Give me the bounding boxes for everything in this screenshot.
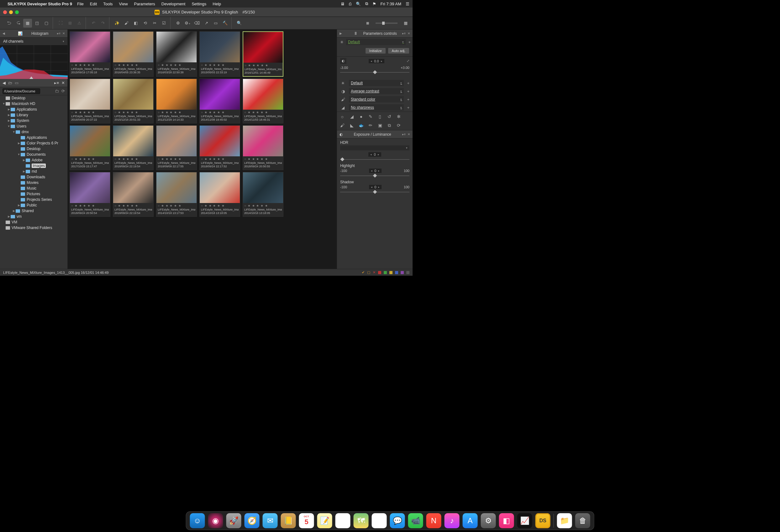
control-center-icon[interactable]: ☰ <box>406 2 409 6</box>
thumbnail[interactable]: ★ ★ ★ ★ ★ LIFEstyle_News_MiXture_Image 2… <box>156 78 197 123</box>
status-check-icon[interactable]: ✔ <box>362 270 364 274</box>
thumbnail-browser[interactable]: ★ ★ ★ ★ ★ LIFEstyle_News_MiXture_Image 2… <box>68 30 337 269</box>
tree-item[interactable]: Downloads <box>0 174 67 180</box>
thumbnail-image[interactable] <box>70 79 110 110</box>
hdr-slider[interactable] <box>340 157 409 162</box>
brush2-icon[interactable]: 🖌 <box>340 122 345 128</box>
highlight-value-box[interactable]: ◂0▸ <box>369 169 382 173</box>
add-icon[interactable]: + <box>407 97 409 102</box>
export-icon[interactable]: ↗ <box>202 19 211 28</box>
highlight-slider[interactable] <box>340 173 409 178</box>
tree-item[interactable]: ▶md <box>0 169 67 174</box>
next-image-icon[interactable]: ⮎ <box>14 19 22 28</box>
menu-help[interactable]: Help <box>212 2 221 6</box>
folder-open-icon[interactable]: 🗁 <box>8 81 12 85</box>
tree-item[interactable]: ▼Documents <box>0 152 67 157</box>
print-icon[interactable]: ⎙ <box>349 2 351 6</box>
comment-icon[interactable]: ▭ <box>15 81 18 85</box>
panel-menu-icon[interactable]: ▸≡ <box>402 32 406 35</box>
shadow-value-box[interactable]: ◂0▸ <box>369 185 382 189</box>
screens-icon[interactable]: ⧉ <box>365 1 368 6</box>
add-icon[interactable]: + <box>407 81 409 86</box>
tree-item[interactable]: ▶vm <box>0 214 67 219</box>
clock[interactable]: Fri 7:39 AM <box>381 2 401 6</box>
rating-stars[interactable]: ★ ★ ★ ★ ★ <box>244 204 282 208</box>
triangle-icon[interactable]: ◣ <box>349 122 354 128</box>
decrease-icon[interactable]: ◂ <box>371 59 372 63</box>
thumbnail-image[interactable] <box>113 32 153 62</box>
fish-icon[interactable]: 🐟 <box>358 122 364 128</box>
minimize-button[interactable] <box>9 10 13 14</box>
sphere-icon[interactable]: ● <box>358 114 364 119</box>
hdr-value-box[interactable]: ◂0▸ <box>369 152 381 157</box>
refresh-icon[interactable]: ⟳ <box>61 89 65 93</box>
close-panel-icon[interactable]: ✕ <box>407 132 410 136</box>
tree-item[interactable]: ▶Color Projects 6 Pr <box>0 140 67 146</box>
thumbnail-image[interactable] <box>243 79 283 110</box>
tree-item[interactable]: ▼Macintosh HD <box>0 101 67 107</box>
panel-menu-icon[interactable]: ▸≡ <box>54 81 59 85</box>
thumbnail[interactable]: ★ ★ ★ ★ ★ LIFEstyle_News_MiXture_Image 2… <box>69 78 110 123</box>
tone-icon[interactable]: ◢ <box>349 114 354 119</box>
thumbnail-image[interactable] <box>156 172 197 203</box>
tree-item[interactable]: Music <box>0 185 67 191</box>
auto-adjust-button[interactable]: Auto adj. <box>388 48 409 54</box>
color-dropdown[interactable]: Standard color▾ <box>349 96 404 102</box>
collapse-left-icon[interactable]: ◀ <box>2 32 5 35</box>
panel-menu-icon[interactable]: ▸≡ <box>402 132 406 136</box>
tree-item[interactable]: Movies <box>0 180 67 185</box>
tree-item[interactable]: ▶Public <box>0 202 67 208</box>
menu-tools[interactable]: Tools <box>103 2 112 6</box>
thumbnail-image[interactable] <box>243 32 283 63</box>
rating-stars[interactable]: ★ ★ ★ ★ ★ <box>158 63 195 67</box>
thumbnail[interactable]: ★ ★ ★ ★ ★ LIFEstyle_News_MiXture_Image 2… <box>243 78 283 123</box>
fullscreen-icon[interactable]: ⛶ <box>56 19 65 28</box>
increase-icon[interactable]: ▸ <box>381 59 383 63</box>
color-label-none[interactable] <box>406 271 409 274</box>
undo-icon[interactable]: ↶ <box>89 19 98 28</box>
thumbnail[interactable]: ★ ★ ★ ★ ★ LIFEstyle_News_MiXture_Image 2… <box>199 78 240 123</box>
tree-item[interactable]: Images <box>0 163 67 169</box>
warning-icon[interactable]: ⚠ <box>75 19 84 28</box>
brush-icon[interactable]: 🖌 <box>122 19 131 28</box>
layers-icon[interactable]: ▣ <box>377 122 383 128</box>
collapse-icon[interactable]: ◀ <box>2 81 6 85</box>
menu-development[interactable]: Development <box>161 2 186 6</box>
rating-stars[interactable]: ★ ★ ★ ★ ★ <box>244 111 282 115</box>
sharpness-dropdown[interactable]: No sharpness▾ <box>349 104 404 111</box>
tree-item[interactable]: Desktop <box>0 95 67 101</box>
thumbnail-image[interactable] <box>243 126 283 156</box>
reset-exposure-icon[interactable]: ⤢ <box>407 59 409 63</box>
tree-item[interactable]: ▶Adobe <box>0 157 67 163</box>
rating-stars[interactable]: ★ ★ ★ ★ ★ <box>71 111 109 115</box>
thumbnail-image[interactable] <box>70 126 110 156</box>
settings2-icon[interactable]: ✻ <box>396 114 402 119</box>
thumb-size-slider[interactable] <box>376 22 397 24</box>
hammer-icon[interactable]: 🔨 <box>221 19 230 28</box>
thumbnail[interactable]: ★ ★ ★ ★ ★ LIFEstyle_News_MiXture_Image 2… <box>199 31 240 77</box>
check-icon[interactable]: ☑ <box>159 19 168 28</box>
expand-icon[interactable]: ▶ <box>340 32 342 35</box>
color-label-yellow[interactable] <box>389 271 392 274</box>
color-label-purple[interactable] <box>401 271 404 274</box>
tree-item[interactable]: Applications <box>0 135 67 140</box>
color-label-blue[interactable] <box>395 271 398 274</box>
pen-icon[interactable]: ✏ <box>368 122 373 128</box>
add-preset-icon[interactable]: + <box>408 40 411 45</box>
status-x-icon[interactable]: ✕ <box>373 270 376 274</box>
compare-view-icon[interactable]: ◫ <box>33 19 41 28</box>
rating-stars[interactable]: ★ ★ ★ ★ ★ <box>71 63 109 67</box>
tree-item[interactable]: Desktop <box>0 146 67 152</box>
rating-stars[interactable]: ★ ★ ★ ★ ★ <box>245 64 282 68</box>
thumbnail-image[interactable] <box>156 32 197 62</box>
menu-edit[interactable]: Edit <box>90 2 97 6</box>
single-view-icon[interactable]: ▢ <box>42 19 51 28</box>
rating-stars[interactable]: ★ ★ ★ ★ ★ <box>201 63 239 67</box>
panel-menu-icon[interactable]: ▸≡ <box>57 32 60 35</box>
exposure-value-box[interactable]: ◂ 0.0 ▸ <box>369 59 384 63</box>
tree-item[interactable]: ▶Shared <box>0 208 67 214</box>
thumbnail-image[interactable] <box>156 126 197 156</box>
rating-stars[interactable]: ★ ★ ★ ★ ★ <box>158 204 195 208</box>
thumbnail-image[interactable] <box>200 126 240 156</box>
tree-item[interactable]: Pictures <box>0 191 67 197</box>
